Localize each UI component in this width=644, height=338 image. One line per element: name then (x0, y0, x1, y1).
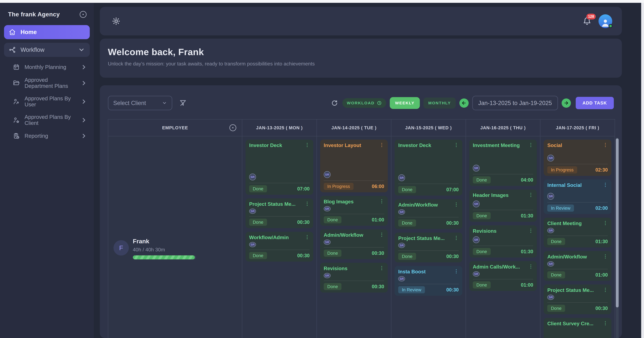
workflow-icon (9, 46, 16, 53)
task-card[interactable]: Workflow/Admin ⋮ SR Done 00:30 (246, 232, 313, 262)
kebab-menu-icon[interactable]: ⋮ (377, 232, 384, 237)
card-divider (398, 284, 459, 284)
kebab-menu-icon[interactable]: ⋮ (452, 269, 459, 274)
workload-toggle[interactable]: WORKLOAD (342, 98, 386, 108)
assignee-avatar: SR (547, 228, 554, 233)
kebab-menu-icon[interactable]: ⋮ (600, 287, 608, 292)
kebab-menu-icon[interactable]: ⋮ (600, 182, 608, 187)
task-card[interactable]: Admin/Workflow ⋮ SR Done 00:30 (394, 199, 462, 229)
theme-toggle-button[interactable] (112, 17, 120, 25)
user-avatar[interactable] (598, 14, 612, 28)
chevron-right-icon (80, 132, 87, 139)
card-divider (473, 279, 533, 280)
welcome-banner: Welcome back, Frank Unlock the day’s mis… (100, 39, 622, 78)
task-title: Admin Calls/Work... (473, 264, 526, 270)
task-card[interactable]: Revisions ⋮ SR Done 00:30 (320, 263, 388, 292)
sidebar-item-label: Home (20, 29, 37, 36)
task-time: 00:30 (446, 287, 459, 293)
task-title: Project Status Me... (249, 201, 302, 207)
kebab-menu-icon[interactable]: ⋮ (600, 254, 608, 259)
assignee-avatar: SR (547, 193, 554, 200)
task-card[interactable]: Social ⋮ SR In Progress 02:30 (544, 140, 612, 176)
chevron-down-icon (78, 46, 85, 53)
refresh-button[interactable] (331, 100, 338, 106)
status-badge: Done (249, 219, 267, 226)
task-title: Header Images (473, 192, 526, 198)
task-card[interactable]: Header Images ⋮ SR Done 01:30 (469, 190, 537, 222)
client-select[interactable]: Select Client (108, 96, 172, 110)
task-card[interactable]: Blog Images ⋮ SR Done 01:00 (320, 196, 388, 226)
task-card[interactable]: Project Status Me... ⋮ SR Done 00:30 (544, 284, 612, 314)
kebab-menu-icon[interactable]: ⋮ (600, 321, 608, 326)
weekly-tab[interactable]: WEEKLY (390, 97, 420, 109)
day-column-mon: Investor Deck ⋮ SR Done 07:00 Project St… (242, 136, 317, 338)
board-scrollbar-thumb[interactable] (616, 138, 619, 308)
kebab-menu-icon[interactable]: ⋮ (526, 264, 533, 269)
kebab-menu-icon[interactable]: ⋮ (377, 266, 384, 270)
assignee-avatar: SR (324, 206, 330, 212)
sidebar-item-workflow[interactable]: Workflow (4, 43, 90, 57)
kebab-menu-icon[interactable]: ⋮ (377, 199, 384, 204)
task-card[interactable]: Insta Boost ⋮ SR In Review 00:30 (394, 266, 462, 296)
sidebar-item-approved-department-plans[interactable]: Approved Department Plans (4, 74, 90, 92)
sidebar-item-home[interactable]: Home (4, 25, 90, 39)
task-time: 02:00 (596, 205, 608, 211)
task-card[interactable]: Investment Meeting ⋮ SR Done 04:00 (469, 140, 537, 186)
kebab-menu-icon[interactable]: ⋮ (526, 142, 533, 147)
monthly-tab[interactable]: MONTHLY (424, 98, 456, 108)
board-scrollbar-track[interactable] (616, 138, 619, 338)
task-card[interactable]: Investor Deck ⋮ SR Done 07:00 (246, 140, 313, 195)
kebab-menu-icon[interactable]: ⋮ (302, 234, 310, 240)
kebab-menu-icon[interactable]: ⋮ (600, 220, 608, 225)
kebab-menu-icon[interactable]: ⋮ (452, 202, 459, 207)
kebab-menu-icon[interactable]: ⋮ (377, 142, 384, 147)
task-card[interactable]: Admin Calls/Work... ⋮ SR Done 01:00 (469, 261, 537, 291)
sidebar: The frank Agency Home Workflow Monthly P… (0, 3, 94, 338)
sidebar-item-reporting[interactable]: Reporting (4, 129, 90, 142)
sidebar-collapse-icon[interactable] (80, 11, 86, 18)
assignee-avatar: SR (398, 276, 405, 282)
previous-week-button[interactable] (460, 98, 469, 108)
task-card[interactable]: Admin/Workflow ⋮ SR Done 00:30 (320, 229, 388, 259)
kebab-menu-icon[interactable]: ⋮ (526, 192, 533, 197)
task-card[interactable]: Admin/Workflow ⋮ SR Done 01:00 (544, 251, 612, 281)
sidebar-item-approved-plans-by-client[interactable]: Approved Plans By Client (4, 111, 90, 129)
next-week-button[interactable] (562, 98, 571, 108)
client-select-value: Select Client (113, 100, 162, 106)
kebab-menu-icon[interactable]: ⋮ (600, 142, 608, 147)
status-badge: Done (324, 283, 342, 290)
task-card[interactable]: Project Status Me... ⋮ SR Done 00:30 (394, 232, 462, 262)
collapse-column-icon[interactable] (230, 124, 236, 131)
task-card[interactable]: Project Status Me... ⋮ SR Done 00:30 (246, 198, 313, 228)
sidebar-item-label: Approved Department Plans (24, 77, 76, 89)
task-card[interactable]: Investor Deck ⋮ SR Done 07:00 (394, 140, 462, 196)
task-card[interactable]: Client Meeting ⋮ SR Done 01:30 (544, 218, 612, 248)
kebab-menu-icon[interactable]: ⋮ (452, 142, 459, 147)
kebab-menu-icon[interactable]: ⋮ (526, 228, 533, 233)
kebab-menu-icon[interactable]: ⋮ (452, 236, 459, 240)
task-time: 01:00 (521, 282, 533, 288)
task-title: Blog Images (324, 199, 377, 204)
page-scrollbar[interactable] (641, 3, 644, 338)
date-range-input[interactable]: Jan-13-2025 to Jan-19-2025 (472, 96, 558, 110)
task-card[interactable]: Client Survey Cre... ⋮ SR (544, 318, 612, 338)
card-divider (324, 180, 384, 181)
kebab-menu-icon[interactable]: ⋮ (302, 142, 310, 147)
user-star-icon (13, 117, 20, 124)
clear-filter-button[interactable] (179, 99, 187, 107)
sidebar-item-monthly-planning[interactable]: Monthly Planning (4, 60, 90, 74)
assignee-avatar: SR (547, 155, 554, 162)
card-divider (398, 217, 459, 218)
task-card[interactable]: Revisions ⋮ SR Done 01:30 (469, 225, 537, 258)
top-bar: 128 (100, 7, 622, 36)
status-badge: Done (547, 271, 565, 278)
chevron-right-icon (80, 64, 87, 70)
task-card[interactable]: Investor Layout ⋮ SR In Progress 06:00 (320, 140, 388, 192)
card-divider (547, 236, 608, 236)
add-task-button[interactable]: ADD TASK (576, 97, 614, 109)
assignee-avatar: SR (473, 271, 480, 276)
kebab-menu-icon[interactable]: ⋮ (302, 201, 310, 206)
sidebar-item-approved-plans-by-user[interactable]: Approved Plans By User (4, 92, 90, 111)
task-card[interactable]: Internal Social ⋮ SR In Review 02:00 (544, 180, 612, 214)
notifications-button[interactable]: 128 (583, 17, 591, 25)
